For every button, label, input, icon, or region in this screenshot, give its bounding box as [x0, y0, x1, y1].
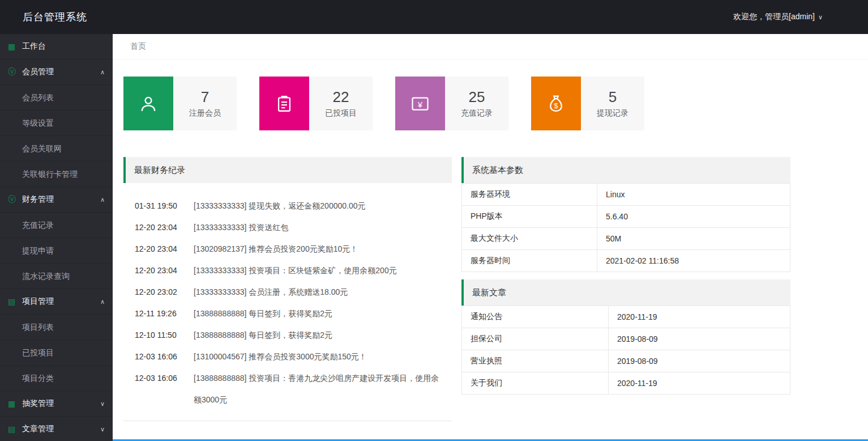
app-title: 后台管理系统: [23, 10, 87, 24]
sidebar-item-workbench[interactable]: ▦工作台: [0, 34, 113, 60]
stat-card-withdrawal-records[interactable]: $5提现记录: [531, 77, 644, 130]
table-row: 关于我们2020-11-19: [462, 372, 790, 395]
articles-panel-header: 最新文章: [461, 279, 790, 306]
chevron-up-icon: ∧: [100, 298, 105, 306]
chevron-down-icon: ∨: [100, 426, 105, 433]
record-time: 12-20 23:02: [135, 281, 187, 303]
stat-card-invested-projects[interactable]: 22已投项目: [259, 77, 373, 130]
stat-card-registered-members[interactable]: 7注册会员: [123, 77, 237, 130]
panels-row: 最新财务纪录 01-31 19:50[13333333333] 提现失败，返还金…: [123, 157, 868, 421]
finance-record: 12-10 11:50[13888888888] 每日签到，获得奖励2元: [135, 324, 441, 346]
sidebar-item-label: 文章管理: [22, 424, 100, 434]
articles-panel-title: 最新文章: [472, 287, 506, 298]
param-value: Linux: [597, 184, 790, 206]
sidebar-item-label: 工作台: [22, 41, 105, 52]
sidebar-item-articles[interactable]: ▤文章管理∨: [0, 417, 113, 441]
workbench-grid-icon: ▦: [8, 42, 22, 51]
stat-label: 提现记录: [597, 108, 628, 118]
record-text: [13333333333] 投资项目：区块链紫金矿，使用余额200元: [194, 260, 441, 281]
finance-record: 01-31 19:50[13333333333] 提现失败，返还金额200000…: [135, 195, 441, 217]
record-text: [13333333333] 投资送红包: [194, 217, 441, 238]
finance-record: 12-03 16:06[13100004567] 推荐会员投资3000元奖励15…: [135, 346, 441, 367]
stats-row: 7注册会员22已投项目¥25充值记录$5提现记录: [123, 77, 868, 130]
param-value: 50M: [597, 228, 790, 250]
sidebar-subitem-invested-projects[interactable]: 已投项目: [0, 340, 113, 366]
record-text: [13333333333] 会员注册，系统赠送18.00元: [194, 281, 441, 303]
sidebar-item-label: 会员管理: [22, 67, 100, 77]
system-panel-title: 系统基本参数: [472, 165, 523, 176]
table-row: 通知公告2020-11-19: [462, 306, 790, 328]
sidebar-item-members[interactable]: Ⓥ会员管理∧: [0, 60, 113, 85]
sidebar-subitem-recharge-records[interactable]: 充值记录: [0, 213, 113, 238]
sidebar-subitem-member-network[interactable]: 会员关联网: [0, 136, 113, 162]
record-text: [13888888888] 每日签到，获得奖励2元: [194, 303, 441, 324]
sidebar-subitem-project-categories[interactable]: 项目分类: [0, 366, 113, 391]
param-name: 服务器时间: [462, 250, 597, 272]
stat-label: 注册会员: [189, 108, 221, 118]
article-title[interactable]: 通知公告: [462, 306, 609, 328]
stat-label: 充值记录: [461, 108, 493, 118]
record-text: [13100004567] 推荐会员投资3000元奖励150元！: [194, 346, 441, 367]
finance-panel-header: 最新财务纪录: [123, 157, 452, 183]
stat-iconbox: [123, 77, 173, 130]
sidebar-subitem-bank-card-management[interactable]: 关联银行卡管理: [0, 162, 113, 187]
record-text: [13888888888] 投资项目：香港九龙尖沙咀房产建设开发项目，使用余额3…: [194, 367, 441, 410]
table-row: 服务器环境Linux: [462, 184, 790, 206]
finance-record: 12-20 23:02[13333333333] 会员注册，系统赠送18.00元: [135, 281, 441, 303]
finance-record: 12-20 23:04[13333333333] 投资送红包: [135, 217, 441, 238]
system-panel: 系统基本参数 服务器环境LinuxPHP版本5.6.40最大文件大小50M服务器…: [461, 157, 790, 272]
svg-text:¥: ¥: [417, 99, 423, 109]
user-menu-chevron-down-icon: ∨: [818, 14, 823, 21]
article-date: 2019-08-09: [609, 350, 790, 372]
clipboard-icon: [275, 94, 294, 113]
record-time: 12-20 23:04: [135, 217, 187, 238]
articles-body: 通知公告2020-11-19担保公司2019-08-09营业执照2019-08-…: [462, 306, 790, 395]
sidebar-subitem-level-settings[interactable]: 等级设置: [0, 111, 113, 136]
record-text: [13020982137] 推荐会员投资200元奖励10元！: [194, 238, 441, 260]
stat-card-recharge-records[interactable]: ¥25充值记录: [395, 77, 508, 130]
param-value: 2021-02-02 11:16:58: [597, 250, 790, 272]
sidebar-subitem-project-list[interactable]: 项目列表: [0, 315, 113, 340]
article-title[interactable]: 营业执照: [462, 350, 609, 372]
sidebar-item-finance[interactable]: Ⓥ财务管理∧: [0, 187, 113, 213]
welcome-text: 欢迎您，管理员[admin]: [733, 12, 815, 22]
table-row: PHP版本5.6.40: [462, 206, 790, 228]
table-row: 最大文件大小50M: [462, 228, 790, 250]
record-time: 12-03 16:06: [135, 346, 187, 367]
articles-table: 通知公告2020-11-19担保公司2019-08-09营业执照2019-08-…: [461, 306, 790, 395]
article-date: 2020-11-19: [609, 306, 790, 328]
articles-panel: 最新文章 通知公告2020-11-19担保公司2019-08-09营业执照201…: [461, 279, 790, 395]
article-title[interactable]: 关于我们: [462, 372, 609, 395]
record-time: 01-31 19:50: [135, 195, 187, 217]
record-time: 12-03 16:06: [135, 367, 187, 410]
record-text: [13888888888] 每日签到，获得奖励2元: [194, 324, 441, 346]
finance-records-list: 01-31 19:50[13333333333] 提现失败，返还金额200000…: [123, 183, 452, 421]
record-time: 12-20 23:04: [135, 260, 187, 281]
param-name: PHP版本: [462, 206, 597, 228]
chevron-up-icon: ∧: [100, 69, 105, 76]
system-params-body: 服务器环境LinuxPHP版本5.6.40最大文件大小50M服务器时间2021-…: [462, 184, 790, 272]
stat-value: 7: [201, 88, 209, 106]
sidebar-item-label: 财务管理: [22, 194, 100, 205]
sidebar: ▦工作台Ⓥ会员管理∧会员列表等级设置会员关联网关联银行卡管理Ⓥ财务管理∧充值记录…: [0, 34, 113, 441]
sidebar-item-lottery[interactable]: ▦抽奖管理∨: [0, 391, 113, 417]
breadcrumb-home[interactable]: 首页: [130, 41, 146, 52]
system-params-table: 服务器环境LinuxPHP版本5.6.40最大文件大小50M服务器时间2021-…: [461, 183, 790, 272]
article-title[interactable]: 担保公司: [462, 328, 609, 350]
stat-value: 22: [333, 88, 349, 106]
sidebar-subitem-transaction-query[interactable]: 流水记录查询: [0, 264, 113, 289]
stat-iconbox: [259, 77, 309, 130]
main-content: 首页 7注册会员22已投项目¥25充值记录$5提现记录 最新财务纪录 01-31…: [113, 34, 868, 441]
finance-panel-title: 最新财务纪录: [134, 165, 185, 176]
finance-panel: 最新财务纪录 01-31 19:50[13333333333] 提现失败，返还金…: [123, 157, 452, 421]
param-value: 5.6.40: [597, 206, 790, 228]
system-panel-header: 系统基本参数: [461, 157, 790, 183]
sidebar-item-projects[interactable]: ▤项目管理∧: [0, 289, 113, 315]
stat-iconbox: $: [531, 77, 581, 130]
sidebar-subitem-withdrawal-requests[interactable]: 提现申请: [0, 238, 113, 264]
user-menu[interactable]: 欢迎您，管理员[admin] ∨: [733, 12, 823, 22]
projects-icon: ▤: [8, 297, 22, 306]
finance-record: 12-11 19:26[13888888888] 每日签到，获得奖励2元: [135, 303, 441, 324]
sidebar-menu: ▦工作台Ⓥ会员管理∧会员列表等级设置会员关联网关联银行卡管理Ⓥ财务管理∧充值记录…: [0, 34, 113, 441]
sidebar-subitem-member-list[interactable]: 会员列表: [0, 85, 113, 111]
